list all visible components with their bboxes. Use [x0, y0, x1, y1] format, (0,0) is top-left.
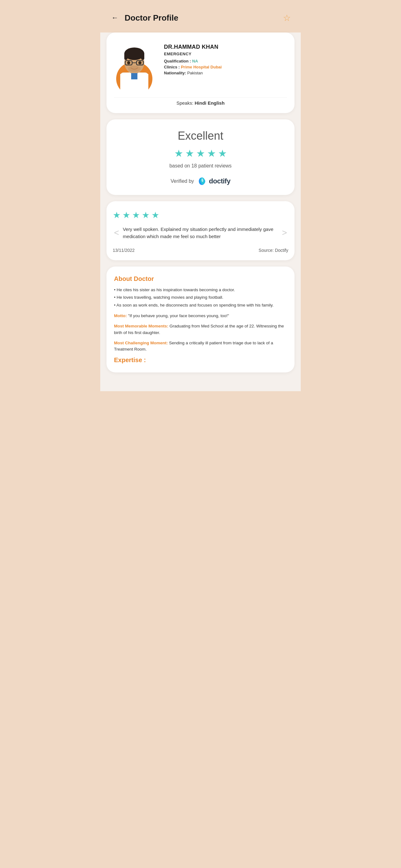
about-title: About Doctor: [114, 275, 287, 282]
expertise-title: Expertise :: [114, 356, 287, 364]
svg-rect-16: [131, 73, 137, 80]
review-content-wrap: < Very well spoken. Explained my situati…: [113, 225, 288, 240]
review-carousel: ★ ★ ★ ★ ★ < Very well spoken. Explained …: [106, 201, 295, 260]
svg-point-11: [138, 61, 141, 64]
review-source: Source: Doctify: [259, 248, 288, 253]
doctor-card: DR.HAMMAD KHAN EMERGENCY Qualification :…: [106, 32, 295, 113]
favorite-button[interactable]: ☆: [283, 13, 291, 23]
star-5: ★: [218, 148, 227, 159]
review-star-4: ★: [142, 210, 149, 220]
header: ← Doctor Profile ☆: [100, 0, 301, 32]
doctify-logo: doctify: [197, 176, 231, 186]
avatar: [114, 41, 158, 91]
motto-text: "If you behave young, your face becomes …: [128, 313, 229, 318]
clinic-value: Prime Hospital Dubai: [181, 65, 222, 69]
back-button[interactable]: ←: [110, 12, 120, 23]
star-3: ★: [196, 148, 205, 159]
reviews-summary-card: Excellent ★ ★ ★ ★ ★ based on 18 patient …: [106, 119, 295, 195]
review-date: 13/11/2022: [113, 248, 135, 253]
review-text: Very well spoken. Explained my situation…: [123, 226, 278, 240]
doctor-card-top: DR.HAMMAD KHAN EMERGENCY Qualification :…: [114, 41, 287, 91]
svg-rect-6: [141, 52, 144, 60]
content-area: DR.HAMMAD KHAN EMERGENCY Qualification :…: [100, 32, 301, 391]
memorable-label: Most Memorable Moments:: [114, 324, 168, 329]
doctify-name: doctify: [209, 177, 231, 185]
motto-label: Motto:: [114, 313, 127, 318]
review-star-3: ★: [132, 210, 140, 220]
svg-point-10: [127, 61, 130, 64]
speaks-value-text: Hindi English: [195, 100, 225, 105]
clinic-label: Clinics :: [164, 65, 180, 69]
bullet-1: • He cites his sister as his inspiration…: [114, 287, 287, 293]
clinic-row: Clinics : Prime Hospital Dubai: [164, 65, 287, 69]
challenging-section: Most Challenging Moment: Sending a criti…: [114, 340, 287, 353]
challenging-label: Most Challenging Moment:: [114, 341, 168, 345]
motto-section: Motto: "If you behave young, your face b…: [114, 313, 287, 319]
memorable-section: Most Memorable Moments: Graduating from …: [114, 323, 287, 336]
about-doctor-card: About Doctor • He cites his sister as hi…: [106, 267, 295, 372]
rating-label: Excellent: [114, 129, 287, 143]
star-1: ★: [174, 148, 183, 159]
svg-point-12: [128, 66, 140, 72]
based-on-text: based on 18 patient reviews: [114, 163, 287, 169]
bullet-2: • He loves travelling, watching movies a…: [114, 294, 287, 301]
review-star-2: ★: [123, 210, 130, 220]
review-star-5: ★: [152, 210, 159, 220]
bullet-3: • As soon as work ends, he disconnects a…: [114, 302, 287, 308]
qualification-value: NA: [192, 59, 198, 63]
doctor-name: DR.HAMMAD KHAN: [164, 44, 287, 50]
nationality-value: Pakistan: [187, 71, 203, 75]
verified-text: Verified by: [170, 178, 194, 184]
star-4: ★: [207, 148, 216, 159]
doctor-specialty: EMERGENCY: [164, 52, 287, 56]
review-stars: ★ ★ ★ ★ ★: [113, 210, 288, 220]
page-title: Doctor Profile: [125, 13, 283, 23]
qualification-label: Qualification :: [164, 59, 191, 63]
summary-stars: ★ ★ ★ ★ ★: [114, 148, 287, 159]
qualification-row: Qualification : NA: [164, 59, 287, 63]
next-arrow[interactable]: >: [281, 225, 288, 240]
prev-arrow[interactable]: <: [113, 225, 120, 240]
speaks-row: Speaks: Hindi English: [114, 97, 287, 105]
star-2: ★: [185, 148, 194, 159]
nationality-row: Nationality: Pakistan: [164, 71, 287, 75]
doctor-info: DR.HAMMAD KHAN EMERGENCY Qualification :…: [164, 41, 287, 76]
review-star-1: ★: [113, 210, 121, 220]
speaks-label: Speaks:: [176, 100, 193, 105]
verified-row: Verified by doctify: [114, 176, 287, 186]
nationality-label: Nationality:: [164, 71, 186, 75]
about-bullets: • He cites his sister as his inspiration…: [114, 287, 287, 308]
review-footer: 13/11/2022 Source: Doctify: [113, 247, 288, 253]
svg-rect-5: [124, 52, 127, 60]
